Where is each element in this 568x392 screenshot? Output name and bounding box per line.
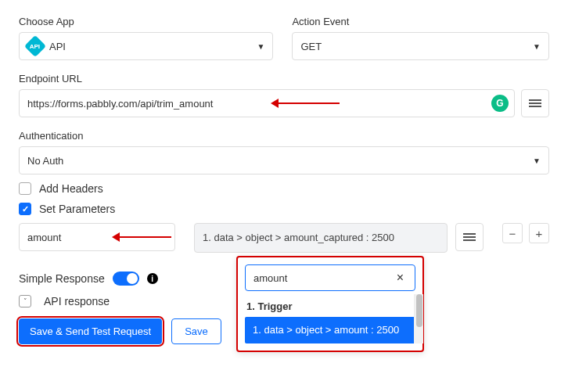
simple-response-toggle[interactable] bbox=[113, 272, 139, 286]
param-menu-button[interactable] bbox=[455, 223, 484, 251]
set-parameters-checkbox[interactable] bbox=[19, 203, 31, 215]
endpoint-url-input[interactable] bbox=[19, 89, 515, 117]
add-headers-label: Add Headers bbox=[39, 182, 103, 195]
chevron-down-icon: ▼ bbox=[257, 42, 265, 51]
auth-select[interactable]: No Auth ▼ bbox=[19, 146, 549, 174]
add-param-button[interactable]: + bbox=[529, 223, 549, 243]
info-icon[interactable]: i bbox=[147, 273, 158, 284]
auth-label: Authentication bbox=[19, 130, 549, 142]
param-key-text[interactable] bbox=[27, 232, 167, 243]
save-send-test-button[interactable]: Save & Send Test Request bbox=[19, 318, 162, 344]
param-key-input[interactable] bbox=[19, 223, 175, 251]
api-response-label: API response bbox=[44, 295, 110, 307]
simple-response-label: Simple Response bbox=[19, 272, 105, 285]
endpoint-url-text[interactable] bbox=[27, 98, 487, 110]
endpoint-menu-button[interactable] bbox=[521, 89, 549, 117]
choose-app-select[interactable]: API API ▼ bbox=[19, 32, 273, 60]
action-event-label: Action Event bbox=[292, 16, 549, 27]
param-value-mapped[interactable]: 1. data > object > amount_captured : 250… bbox=[194, 223, 448, 253]
save-button[interactable]: Save bbox=[171, 318, 221, 344]
endpoint-url-label: Endpoint URL bbox=[19, 73, 549, 85]
variable-group-heading: 1. Trigger bbox=[245, 297, 415, 317]
add-headers-checkbox[interactable] bbox=[19, 182, 31, 195]
scrollbar-thumb[interactable] bbox=[416, 294, 422, 327]
hamburger-icon bbox=[529, 98, 541, 109]
action-event-value: GET bbox=[300, 41, 322, 52]
set-parameters-label: Set Parameters bbox=[39, 203, 115, 215]
endpoint-url-wrapper: G bbox=[19, 89, 515, 117]
chevron-down-icon: ▼ bbox=[533, 156, 541, 165]
variable-search-input[interactable]: × bbox=[245, 264, 415, 291]
clear-search-button[interactable]: × bbox=[394, 271, 407, 285]
auth-value: No Auth bbox=[27, 155, 63, 167]
variable-option-selected[interactable]: 1. data > object > amount : 2500 bbox=[245, 317, 415, 343]
api-icon: API bbox=[24, 35, 46, 57]
variable-dropdown: × 1. Trigger 1. data > object > amount :… bbox=[236, 256, 424, 352]
hamburger-icon bbox=[463, 232, 476, 243]
chevron-down-icon: ▼ bbox=[533, 42, 541, 51]
grammarly-icon: G bbox=[491, 95, 509, 112]
action-event-select[interactable]: GET ▼ bbox=[292, 32, 549, 60]
choose-app-label: Choose App bbox=[19, 16, 273, 27]
api-response-disclosure[interactable]: ˅ bbox=[19, 295, 31, 307]
variable-search-text[interactable] bbox=[253, 272, 394, 284]
remove-param-button[interactable]: − bbox=[502, 223, 523, 243]
dropdown-scrollbar[interactable] bbox=[414, 294, 423, 343]
choose-app-value: API bbox=[49, 41, 66, 52]
